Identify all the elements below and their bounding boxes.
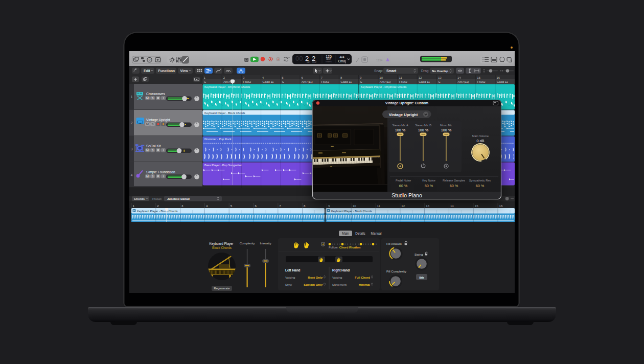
- svg-text:Drag:: Drag:: [421, 69, 429, 73]
- svg-text:13: 13: [426, 204, 429, 208]
- svg-text:10: 10: [353, 204, 356, 208]
- svg-text:Stereo Mic B: Stereo Mic B: [415, 124, 431, 127]
- svg-text:Pedal Noise: Pedal Noise: [396, 179, 411, 182]
- svg-text:Full Chord: Full Chord: [355, 276, 370, 279]
- svg-text:Minimal: Minimal: [359, 283, 371, 286]
- svg-text:C: C: [438, 80, 440, 83]
- svg-text:Intensity: Intensity: [260, 242, 271, 245]
- svg-text:Fsus2: Fsus2: [399, 80, 407, 83]
- svg-text:Voicing: Voicing: [332, 276, 342, 279]
- svg-text:Bass Player - Pop Songwriter: Bass Player - Pop Songwriter: [204, 164, 242, 167]
- svg-text:Am7(11): Am7(11): [380, 80, 391, 83]
- svg-text:7: 7: [321, 76, 323, 79]
- svg-text:1: 1: [133, 204, 135, 208]
- svg-text:11: 11: [377, 204, 381, 208]
- svg-text:Sympathetic Res: Sympathetic Res: [469, 179, 491, 182]
- svg-text:Vintage Upright: Vintage Upright: [389, 112, 418, 117]
- svg-text:C: C: [204, 80, 206, 83]
- svg-text:Edit: Edit: [144, 69, 151, 73]
- svg-text:5: 5: [231, 204, 233, 208]
- svg-text:Stereo Mic A: Stereo Mic A: [392, 124, 408, 127]
- svg-text:16: 16: [499, 204, 503, 208]
- svg-text:Keyboard Player - Block Chords: Keyboard Player - Block Chords: [204, 111, 245, 115]
- svg-text:Am7(11): Am7(11): [458, 80, 469, 83]
- svg-text:1: 1: [131, 95, 133, 99]
- svg-text:Release Samples: Release Samples: [443, 179, 465, 182]
- svg-text:C: C: [282, 80, 284, 83]
- svg-text:100 %: 100 %: [395, 128, 406, 132]
- svg-text:S: S: [152, 97, 154, 100]
- svg-text:Gadd 11: Gadd 11: [497, 80, 508, 83]
- svg-text:16: 16: [497, 76, 500, 79]
- svg-text:Vintage Upright: Custom: Vintage Upright: Custom: [385, 101, 429, 105]
- svg-text:KEEP: KEEP: [326, 58, 331, 60]
- svg-text:8: 8: [304, 204, 306, 208]
- svg-text:Root Only: Root Only: [308, 276, 323, 279]
- svg-text:Cmaj: Cmaj: [338, 59, 346, 63]
- svg-text:Am7(11): Am7(11): [302, 80, 313, 83]
- svg-text:S: S: [152, 149, 154, 152]
- svg-text:6: 6: [302, 76, 304, 79]
- svg-text:Simple Foundation: Simple Foundation: [146, 170, 175, 174]
- svg-text:Snap:: Snap:: [374, 69, 383, 73]
- svg-text:S: S: [152, 123, 154, 126]
- svg-text:Block Chords: Block Chords: [212, 246, 232, 249]
- svg-text:M: M: [146, 175, 149, 178]
- svg-text:Movement: Movement: [332, 283, 347, 286]
- svg-text:Follow: Chord Rhythm: Follow: Chord Rhythm: [329, 246, 360, 249]
- svg-text:Fsus2: Fsus2: [243, 80, 251, 83]
- svg-text:4: 4: [131, 173, 133, 177]
- svg-text:Manual: Manual: [371, 232, 382, 235]
- svg-text:6: 6: [255, 204, 257, 208]
- svg-text:S: S: [152, 175, 154, 178]
- svg-text:Gadd 11: Gadd 11: [419, 80, 430, 83]
- svg-text:Key Noise: Key Noise: [422, 179, 435, 182]
- svg-text:M: M: [146, 149, 149, 152]
- svg-text:Keyboard Player - Rhythmic Cho: Keyboard Player - Rhythmic Chords: [361, 85, 406, 88]
- svg-text:Sustain Only: Sustain Only: [304, 283, 323, 286]
- svg-text:Voicing: Voicing: [285, 276, 295, 279]
- svg-text:4/4: 4/4: [339, 55, 344, 59]
- svg-text:Smart: Smart: [386, 69, 397, 73]
- svg-text:10: 10: [379, 76, 383, 79]
- svg-text:Left Hand: Left Hand: [285, 268, 301, 272]
- svg-text:Mono Mic: Mono Mic: [440, 124, 452, 127]
- svg-text:C: C: [360, 80, 362, 83]
- svg-text:Gadd 11: Gadd 11: [340, 80, 352, 83]
- svg-text:9: 9: [328, 204, 330, 208]
- svg-text:14: 14: [457, 76, 461, 79]
- svg-text:1: 1: [204, 76, 206, 79]
- svg-text:4: 4: [323, 243, 324, 246]
- svg-text:Main: Main: [342, 232, 349, 235]
- svg-text:TEMPO: TEMPO: [326, 61, 332, 63]
- svg-text:Chords: Chords: [134, 197, 145, 200]
- svg-text:Fill Amount: Fill Amount: [386, 242, 402, 245]
- svg-text:00: 00: [295, 55, 303, 62]
- svg-text:Fill Complexity: Fill Complexity: [386, 270, 406, 273]
- svg-text:2: 2: [131, 121, 133, 125]
- svg-text:Preset:: Preset:: [152, 197, 162, 200]
- svg-text:Jukebox Ballad: Jukebox Ballad: [167, 197, 190, 200]
- svg-text:BAR: BAR: [307, 61, 311, 63]
- svg-text:Details: Details: [355, 232, 365, 235]
- svg-text:100 %: 100 %: [441, 128, 452, 132]
- svg-text:60 %: 60 %: [450, 184, 458, 188]
- svg-text:Swing: Swing: [415, 253, 423, 256]
- svg-text:M: M: [146, 97, 149, 100]
- svg-text:50 %: 50 %: [425, 184, 433, 188]
- svg-text:1234: 1234: [376, 59, 382, 62]
- svg-text:?: ?: [149, 58, 151, 62]
- svg-text:Right Hand: Right Hand: [332, 268, 350, 272]
- svg-text:Studio Piano: Studio Piano: [392, 192, 422, 198]
- svg-text:Style: Style: [285, 283, 292, 286]
- svg-text:Regenerate: Regenerate: [214, 287, 230, 290]
- svg-text:3: 3: [131, 147, 133, 151]
- svg-text:4: 4: [206, 204, 208, 208]
- svg-text:100 %: 100 %: [418, 128, 429, 132]
- svg-text:0 dB: 0 dB: [477, 139, 485, 143]
- svg-text:View: View: [180, 69, 189, 73]
- svg-text:125: 125: [326, 55, 332, 58]
- svg-text:Complexity: Complexity: [240, 242, 255, 245]
- svg-text:Keyboard Player - Rhythmic Cho: Keyboard Player - Rhythmic Chords: [204, 85, 250, 88]
- svg-text:8: 8: [340, 76, 342, 79]
